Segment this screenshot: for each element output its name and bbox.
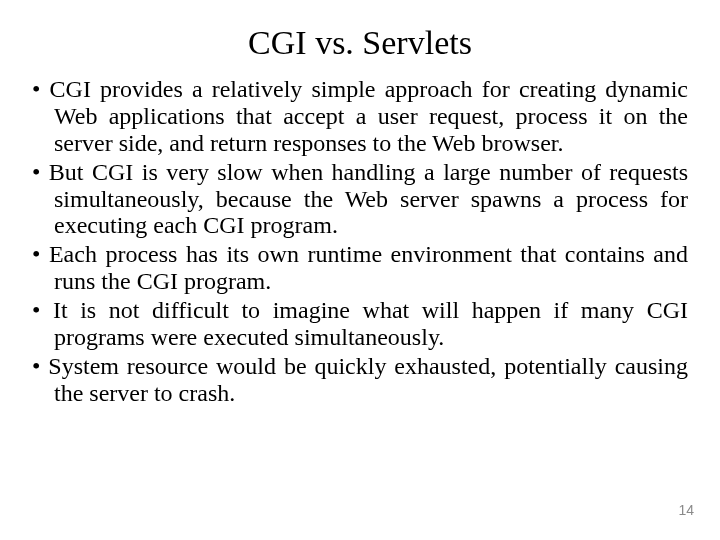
- list-item: System resource would be quickly exhaust…: [32, 353, 688, 407]
- page-number: 14: [678, 502, 694, 518]
- list-item: Each process has its own runtime environ…: [32, 241, 688, 295]
- slide-title: CGI vs. Servlets: [28, 24, 692, 62]
- slide: CGI vs. Servlets CGI provides a relative…: [0, 0, 720, 540]
- list-item: But CGI is very slow when handling a lar…: [32, 159, 688, 240]
- list-item: CGI provides a relatively simple approac…: [32, 76, 688, 157]
- bullet-list: CGI provides a relatively simple approac…: [28, 76, 692, 407]
- list-item: It is not difficult to imagine what will…: [32, 297, 688, 351]
